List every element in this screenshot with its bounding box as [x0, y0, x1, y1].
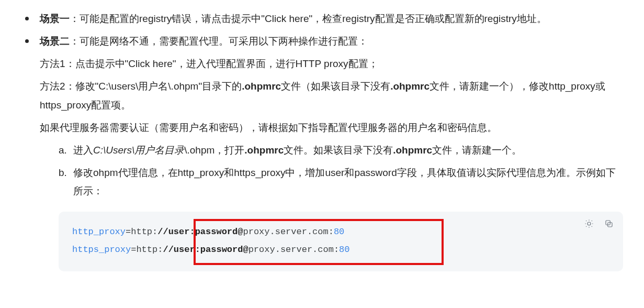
step-b-body: 修改ohpm代理信息，在http_proxy和https_proxy中，增加us… — [73, 163, 623, 200]
scenario-2-rest: ：可能是网络不通，需要配置代理。可采用以下两种操作进行配置： — [70, 36, 368, 47]
svg-point-0 — [587, 222, 591, 225]
scenario-list: 场景一：可能是配置的registry错误，请点击提示中"Click here"，… — [21, 9, 623, 271]
code-content: http_proxy=http://user:password@proxy.se… — [72, 223, 609, 259]
step-b-marker: b. — [59, 163, 73, 200]
step-a: a. 进入C:\Users\用户名目录\.ohpm，打开.ohpmrc文件。如果… — [59, 141, 623, 159]
svg-line-4 — [592, 226, 592, 227]
copy-icon[interactable] — [603, 218, 615, 229]
svg-line-8 — [592, 221, 592, 221]
scenario-1-rest: ：可能是配置的registry错误，请点击提示中"Click here"，检查r… — [70, 13, 547, 24]
code-block: http_proxy=http://user:password@proxy.se… — [59, 212, 623, 271]
svg-line-3 — [586, 221, 586, 221]
scenario-2-label: 场景二 — [40, 36, 70, 47]
svg-line-7 — [586, 226, 586, 227]
scenario-2-text: 场景二：可能是网络不通，需要配置代理。可采用以下两种操作进行配置： — [40, 32, 623, 50]
code-toolbar — [583, 218, 615, 229]
step-a-marker: a. — [59, 141, 73, 159]
scenario-item-2: 场景二：可能是网络不通，需要配置代理。可采用以下两种操作进行配置： 方法1：点击… — [21, 32, 623, 271]
step-b: b. 修改ohpm代理信息，在http_proxy和https_proxy中，增… — [59, 163, 623, 200]
auth-note: 如果代理服务器需要认证（需要用户名和密码），请根据如下指导配置代理服务器的用户名… — [40, 118, 623, 137]
scenario-1-label: 场景一 — [40, 13, 70, 24]
step-a-body: 进入C:\Users\用户名目录\.ohpm，打开.ohpmrc文件。如果该目录… — [73, 141, 623, 159]
scenario-item-1: 场景一：可能是配置的registry错误，请点击提示中"Click here"，… — [21, 9, 623, 28]
method-1-text: 方法1：点击提示中"Click here"，进入代理配置界面，进行HTTP pr… — [40, 54, 623, 73]
theme-toggle-icon[interactable] — [583, 218, 595, 229]
method-2-text: 方法2：修改"C:\users\用户名\.ohpm"目录下的.ohpmrc文件（… — [40, 77, 623, 114]
scenario-1-text: 场景一：可能是配置的registry错误，请点击提示中"Click here"，… — [40, 9, 623, 28]
step-list: a. 进入C:\Users\用户名目录\.ohpm，打开.ohpmrc文件。如果… — [59, 141, 623, 200]
